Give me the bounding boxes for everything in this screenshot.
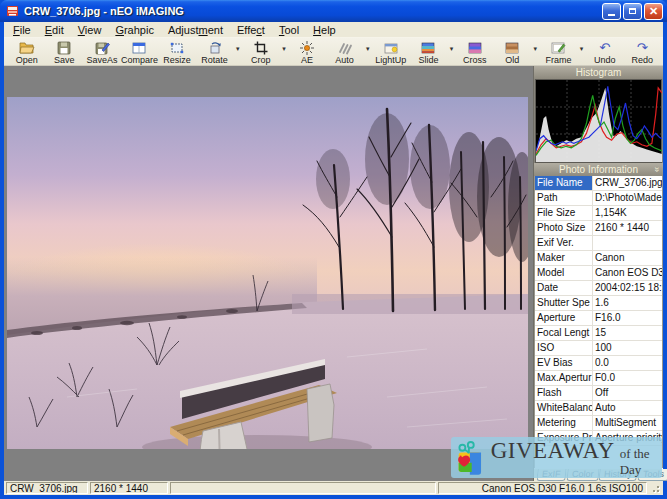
table-row[interactable]: EV Bias0.0 [535, 356, 662, 371]
table-row[interactable]: Exif Ver. [535, 236, 662, 251]
tree-ground-shadow [292, 294, 528, 314]
save-button[interactable]: Save [46, 39, 84, 65]
ae-label: AE [301, 55, 313, 65]
lightup-icon [383, 40, 399, 55]
menu-file[interactable]: File [6, 23, 38, 37]
table-row[interactable]: FlashOff [535, 386, 662, 401]
photo-info-table: File NameCRW_3706.jpg PathD:\Photo\Made … [534, 176, 663, 446]
menu-help[interactable]: Help [306, 23, 343, 37]
ae-button[interactable]: AE [288, 39, 326, 65]
photo-canvas[interactable] [7, 97, 528, 449]
collapse-chevron-icon[interactable]: » [650, 167, 663, 172]
cross-button[interactable]: Cross [456, 39, 494, 65]
table-row[interactable]: Date2004:02:15 18:55:26 [535, 281, 662, 296]
saveas-label: SaveAs [86, 55, 117, 65]
compare-label: Compare [121, 55, 158, 65]
rotate-icon [207, 40, 223, 55]
table-row[interactable]: MeteringMultiSegment [535, 416, 662, 431]
slide-thumbnail-icon [420, 40, 436, 55]
table-row[interactable]: File NameCRW_3706.jpg [535, 176, 662, 191]
photo-information-header[interactable]: Photo Information » [534, 163, 663, 176]
menu-graphic[interactable]: Grahpic [108, 23, 161, 37]
compare-window-icon [131, 40, 147, 55]
table-row[interactable]: MakerCanon [535, 251, 662, 266]
frame-button[interactable]: Frame [540, 39, 578, 65]
frame-label: Frame [545, 55, 571, 65]
save-label: Save [54, 55, 75, 65]
ae-sun-icon [299, 40, 315, 55]
status-camera-info: Canon EOS D30 F16.0 1.6s ISO100 [438, 482, 647, 494]
gift-icon [454, 439, 486, 477]
table-row[interactable]: File Size1,154K [535, 206, 662, 221]
minimize-button[interactable] [602, 3, 621, 20]
lightup-button[interactable]: LightUp [372, 39, 410, 65]
crop-dropdown-arrow[interactable]: ▾ [280, 39, 289, 53]
cross-label: Cross [463, 55, 487, 65]
open-label: Open [16, 55, 38, 65]
table-row[interactable]: ApertureF16.0 [535, 311, 662, 326]
cross-thumbnail-icon [467, 40, 483, 55]
table-row[interactable]: Focal Lengt15 [535, 326, 662, 341]
status-bar: CRW_3706.jpg 2160 * 1440 Canon EOS D30 F… [4, 481, 663, 495]
giveaway-watermark: GIVEAWAY of the Day [451, 437, 662, 478]
saveas-button[interactable]: SaveAs [83, 39, 121, 65]
status-image-size: 2160 * 1440 [90, 482, 168, 494]
auto-dropdown-arrow[interactable]: ▾ [363, 39, 372, 53]
slide-button[interactable]: Slide [410, 39, 448, 65]
table-row[interactable]: WhiteBalancAuto [535, 401, 662, 416]
table-row[interactable]: Max.AperturF0.0 [535, 371, 662, 386]
window-title: CRW_3706.jpg - nEO iMAGING [24, 5, 602, 17]
redo-arrow-icon: ↷ [637, 40, 648, 55]
auto-button[interactable]: Auto [326, 39, 364, 65]
slide-label: Slide [418, 55, 438, 65]
table-row[interactable]: ModelCanon EOS D30 [535, 266, 662, 281]
open-button[interactable]: Open [8, 39, 46, 65]
menu-tool[interactable]: Tool [272, 23, 306, 37]
table-row[interactable]: Photo Size2160 * 1440 [535, 221, 662, 236]
menu-edit[interactable]: Edit [38, 23, 71, 37]
crop-button[interactable]: Crop [242, 39, 280, 65]
rotate-button[interactable]: Rotate [196, 39, 234, 65]
app-icon [6, 4, 20, 18]
rotate-dropdown-arrow[interactable]: ▾ [233, 39, 242, 53]
old-thumbnail-icon [504, 40, 520, 55]
table-row[interactable]: ISO100 [535, 341, 662, 356]
histogram-series-luminance [536, 88, 662, 162]
menu-view[interactable]: View [71, 23, 109, 37]
title-bar[interactable]: CRW_3706.jpg - nEO iMAGING ✕ [0, 0, 667, 22]
menu-effect[interactable]: Effect [230, 23, 272, 37]
resize-grip[interactable] [649, 482, 661, 494]
application-window: File Edit View Grahpic Adjustment Effect… [4, 22, 663, 495]
slide-dropdown-arrow[interactable]: ▾ [447, 39, 456, 53]
save-floppy-icon [56, 40, 72, 55]
close-button[interactable]: ✕ [644, 3, 663, 20]
auto-strokes-icon [337, 40, 353, 55]
status-empty-panel [170, 482, 436, 494]
resize-button[interactable]: Resize [158, 39, 196, 65]
undo-arrow-icon: ↶ [599, 40, 610, 55]
saveas-floppy-pen-icon [94, 40, 110, 55]
compare-button[interactable]: Compare [121, 39, 159, 65]
right-panel: Histogram Photo Information » File NameC… [533, 66, 663, 481]
frame-dropdown-arrow[interactable]: ▾ [577, 39, 586, 53]
giveaway-title: GIVEAWAY [491, 438, 615, 464]
histogram-chart [535, 79, 662, 163]
frame-pencil-icon [550, 40, 566, 55]
undo-label: Undo [594, 55, 616, 65]
resize-window-icon [169, 40, 185, 55]
histogram-header[interactable]: Histogram [534, 66, 663, 79]
undo-button[interactable]: ↶ Undo [586, 39, 624, 65]
maximize-button[interactable] [623, 3, 642, 20]
resize-label: Resize [163, 55, 191, 65]
table-row[interactable]: Shutter Spe1.6 [535, 296, 662, 311]
table-row[interactable]: PathD:\Photo\Made Photos\win [535, 191, 662, 206]
old-label: Old [505, 55, 519, 65]
old-button[interactable]: Old [493, 39, 531, 65]
menu-adjustment[interactable]: Adjustment [161, 23, 230, 37]
crop-label: Crop [251, 55, 271, 65]
workspace: Histogram Photo Information » File NameC… [4, 66, 663, 481]
toolbar: Open Save SaveAs Compare Resize Rotate ▾… [4, 38, 663, 66]
redo-button[interactable]: ↷ Redo [623, 39, 661, 65]
lightup-label: LightUp [375, 55, 406, 65]
old-dropdown-arrow[interactable]: ▾ [531, 39, 540, 53]
